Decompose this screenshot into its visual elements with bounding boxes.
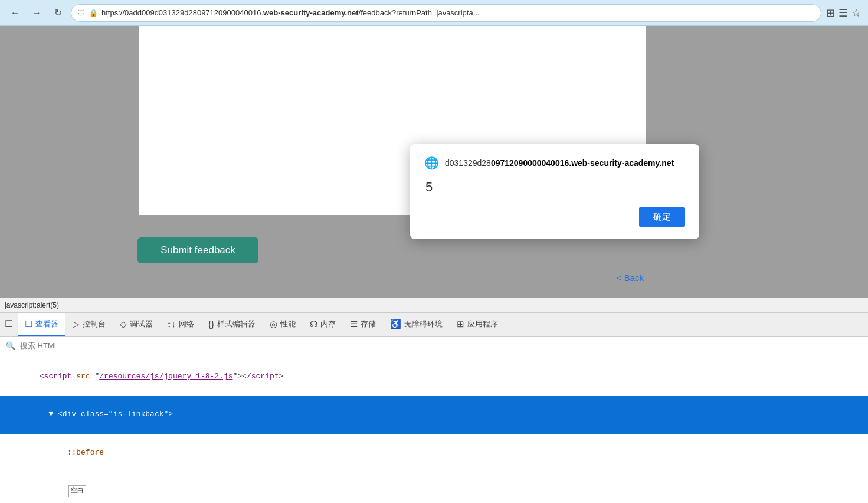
network-label: 网络 (179, 319, 194, 329)
url-domain: web-security-academy.net (263, 8, 359, 17)
devtools-search-bar: 🔍 (0, 337, 868, 355)
alert-domain: d031329d2809712090000040016.web-security… (445, 158, 674, 168)
lock-icon: 🔒 (89, 9, 98, 17)
browser-bar: ← → ↻ 🛡 🔒 https://0add009d031329d2809712… (0, 0, 868, 26)
accessibility-icon: ♿ (390, 319, 401, 329)
accessibility-label: 无障碍环境 (404, 319, 443, 329)
globe-icon: 🌐 (424, 156, 439, 170)
devtools-tab-style-editor[interactable]: {} 样式编辑器 (201, 313, 263, 337)
devtools-tab-network[interactable]: ↕↓ 网络 (160, 313, 201, 337)
browser-actions: ⊞ ☰ ☆ (826, 6, 861, 19)
code-line-div[interactable]: ▼ <div class="is-linkback"> (0, 396, 868, 433)
inspector-icon: ☐ (25, 319, 32, 329)
alert-dialog: 🌐 d031329d2809712090000040016.web-securi… (410, 144, 699, 239)
devtools-panel: ☐ ☐ 查看器 ▷ 控制台 ◇ 调试器 ↕↓ 网络 {} 样式编辑器 ◎ 性能 … (0, 313, 868, 503)
alert-message: 5 (424, 179, 685, 195)
search-icon: 🔍 (6, 341, 15, 350)
alert-header: 🌐 d031329d2809712090000040016.web-securi… (424, 156, 685, 170)
code-line-script: <script src="/resources/js/jquery_1-8-2.… (0, 358, 868, 396)
storage-label: 存储 (361, 319, 376, 329)
devtools-code-panel: <script src="/resources/js/jquery_1-8-2.… (0, 355, 868, 503)
devtools-tab-inspector[interactable]: ☐ 查看器 (18, 313, 65, 337)
main-content: Submit feedback < Back 🌐 d031329d2809712… (0, 26, 868, 298)
inspector-label: 查看器 (35, 319, 58, 329)
shield-icon: 🛡 (77, 8, 86, 18)
application-label: 应用程序 (467, 319, 498, 329)
devtools-tabs: ☐ ☐ 查看器 ▷ 控制台 ◇ 调试器 ↕↓ 网络 {} 样式编辑器 ◎ 性能 … (0, 313, 868, 337)
url-text: https://0add009d031329d28097120900040016… (101, 8, 815, 17)
style-editor-label: 样式编辑器 (217, 319, 256, 329)
network-icon: ↕↓ (167, 319, 176, 329)
devtools-tab-debugger[interactable]: ◇ 调试器 (113, 313, 160, 337)
debugger-label: 调试器 (130, 319, 153, 329)
debugger-icon: ◇ (120, 319, 127, 329)
back-link[interactable]: < Back (617, 273, 644, 283)
devtools-tab-memory[interactable]: ☊ 内存 (303, 313, 343, 337)
alert-ok-button[interactable]: 确定 (639, 207, 685, 227)
star-icon[interactable]: ☆ (851, 6, 861, 19)
alert-footer: 确定 (424, 207, 685, 227)
code-line-whitespace: 空白 (0, 472, 868, 503)
status-text: javascript:alert(5) (5, 301, 59, 309)
console-icon: ▷ (73, 319, 80, 329)
back-button[interactable]: ← (7, 5, 24, 21)
memory-icon: ☊ (310, 319, 317, 329)
storage-icon: ☰ (350, 319, 358, 329)
extensions-icon[interactable]: ⊞ (826, 6, 835, 19)
submit-feedback-button[interactable]: Submit feedback (137, 237, 258, 263)
devtools-tab-inspector-icon[interactable]: ☐ (0, 313, 18, 337)
inspector-box-icon: ☐ (5, 318, 13, 329)
devtools-tab-application[interactable]: ⊞ 应用程序 (450, 313, 505, 337)
search-input[interactable] (20, 341, 138, 350)
refresh-button[interactable]: ↻ (50, 5, 66, 21)
performance-label: 性能 (280, 319, 296, 329)
devtools-tab-accessibility[interactable]: ♿ 无障碍环境 (383, 313, 450, 337)
history-icon[interactable]: ☰ (838, 6, 848, 19)
devtools-tab-console[interactable]: ▷ 控制台 (65, 313, 113, 337)
style-editor-icon: {} (208, 319, 214, 329)
code-line-before: ::before (0, 434, 868, 472)
forward-button[interactable]: → (28, 5, 45, 21)
status-bar: javascript:alert(5) (0, 298, 868, 313)
devtools-tab-storage[interactable]: ☰ 存储 (343, 313, 383, 337)
memory-label: 内存 (320, 319, 336, 329)
application-icon: ⊞ (457, 319, 464, 329)
performance-icon: ◎ (270, 319, 277, 329)
devtools-tab-performance[interactable]: ◎ 性能 (263, 313, 303, 337)
console-label: 控制台 (83, 319, 106, 329)
address-bar[interactable]: 🛡 🔒 https://0add009d031329d2809712090004… (71, 4, 821, 22)
alert-domain-bold: 09712090000040016.web-security-academy.n… (491, 158, 674, 168)
